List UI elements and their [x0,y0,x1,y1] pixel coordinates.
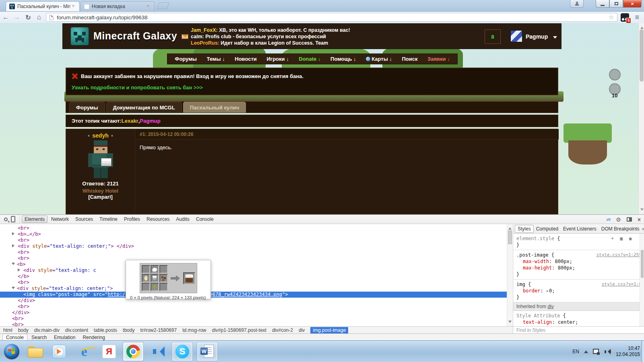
start-button[interactable] [2,342,22,361]
show-desktop-button[interactable] [641,341,644,362]
styles-tab-styles[interactable]: Styles [515,225,534,233]
forum-tab[interactable]: Пасхальный кулич [183,102,246,113]
nav-item-поиск[interactable]: Поиск [400,56,419,62]
dom-tree-row[interactable]: <div style="text-align: center;"> </div> [0,243,507,249]
dom-tree-row[interactable]: <img class="post-image" src="http://www.… [0,292,507,298]
browser-tab-active[interactable]: Пасхальный кулич - Mine × [6,1,80,11]
inherited-node-link[interactable]: div [547,304,553,309]
css-property[interactable]: max-width: 800px; [516,258,642,265]
close-button[interactable]: × [623,0,642,8]
drawer-tab-rendering[interactable]: Rendering [79,334,108,341]
new-tab-button[interactable] [157,2,169,9]
post-author-name[interactable]: sedyh [66,132,135,139]
find-styles-input[interactable]: Find in Styles [513,326,644,333]
dom-tree-row[interactable]: <br> [0,225,507,231]
ticker-username[interactable]: calm: [191,34,204,39]
rule-action-icons[interactable]: + ▣ ◉ [611,235,634,242]
console-drawer-icon[interactable]: ›≡ [606,216,610,222]
devtools-tab-timeline[interactable]: Timeline [97,216,120,223]
network-tray-icon[interactable] [593,349,600,355]
devtools-tab-elements[interactable]: Elements [22,216,47,223]
ticker-username[interactable]: Jam_FoxX: [191,27,218,33]
site-title[interactable]: Minecraft Galaxy [93,30,177,42]
expand-arrow-icon[interactable]: ▸ [546,288,549,294]
home-button[interactable]: ⌂ [34,13,44,21]
dom-tree-row[interactable]: <br> [0,280,507,286]
dom-crumb[interactable]: div#con-2 [272,327,293,333]
scroll-up-icon[interactable] [640,25,644,29]
expand-arrow-icon[interactable] [12,244,16,247]
adblock-extension-icon[interactable]: 5 [621,13,629,22]
expand-arrow-icon[interactable] [18,268,22,272]
dom-crumb[interactable]: div.content [65,327,88,333]
ticker-username[interactable]: LeoProRus: [191,40,219,46]
devtools-tab-network[interactable]: Network [48,216,72,223]
nav-item-помощь[interactable]: Помощь ↓ [329,56,358,62]
forum-tab[interactable]: Документация по MCGL [106,102,182,113]
dom-crumb[interactable]: div [299,327,305,333]
scrollbar-thumb[interactable] [641,250,644,278]
unban-link[interactable]: Узнать подробности и попробовать снять б… [72,84,552,90]
scroll-up-icon[interactable] [508,226,512,230]
styles-tab-dom-breakpoints[interactable]: DOM Breakpoints [599,225,642,232]
devtools-close-icon[interactable]: × [638,216,641,223]
dom-crumb[interactable]: body [18,327,29,333]
search-icon[interactable] [4,218,8,221]
dom-crumb[interactable]: div.main-div [34,327,60,333]
nav-item-карты[interactable]: Карты ↓ [364,56,394,62]
scroll-widget-button[interactable] [609,69,621,80]
collapse-arrow-icon[interactable] [12,263,15,267]
styles-tab-event-listeners[interactable]: Event Listeners [561,225,599,232]
devtools-tab-console[interactable]: Console [193,216,217,223]
address-bar[interactable]: forum.minecraft-galaxy.ru/topic/99638 ☆ [46,13,617,22]
css-property[interactable]: max-height: 800px; [516,265,642,271]
drawer-tab-emulation[interactable]: Emulation [51,334,78,341]
taskbar-explorer-button[interactable] [25,342,45,361]
collapse-arrow-icon[interactable] [12,287,15,291]
dom-crumb[interactable]: table.posts [94,327,117,333]
taskbar-media-player-button[interactable] [49,342,69,361]
restore-button[interactable] [609,0,623,8]
drawer-tab-search[interactable]: Search [28,334,50,341]
nav-item-заявки[interactable]: Заявки ↓ [426,56,452,62]
forward-button[interactable]: → [11,14,23,21]
dom-tree-row[interactable]: <div style="text-align: c [0,267,507,274]
username-menu[interactable]: Pagmup [526,33,548,40]
reload-button[interactable]: ↻ [23,14,34,21]
nav-item-новости[interactable]: Новости [233,56,258,62]
scroll-down-icon[interactable] [508,321,512,325]
taskbar-yandex-button[interactable]: Я [99,342,119,361]
dom-tree-row[interactable]: <br> [0,255,507,261]
dom-tree-row[interactable]: <b>…</b> [0,231,507,237]
devtools-tab-resources[interactable]: Resources [144,216,172,223]
dom-tree-row[interactable]: <br> [0,237,507,243]
dom-tree-row[interactable]: </b> [0,274,507,280]
volume-tray-icon[interactable] [605,349,611,355]
user-avatar[interactable] [510,30,522,42]
scrollbar-thumb[interactable] [640,29,644,82]
notification-counter[interactable]: 8 [485,29,501,44]
expand-arrow-icon[interactable] [12,232,16,235]
dom-crumb[interactable]: div#p1-1580697.post-text [212,327,266,333]
chrome-menu-icon[interactable]: ≡ [633,13,644,22]
drawer-tab-console[interactable]: Console [2,334,27,341]
page-scrollbar[interactable] [638,23,644,214]
dom-crumb[interactable]: html [3,327,12,333]
dom-tree-row[interactable]: <br> [0,304,507,310]
devtools-tab-sources[interactable]: Sources [72,216,96,223]
gear-icon[interactable]: ⚙ [616,216,621,223]
nav-item-игроки[interactable]: Игроки ↓ [265,56,290,62]
browser-tab-newtab[interactable]: Новая вкладка × [80,1,155,11]
back-button[interactable]: ← [0,14,11,21]
dock-side-icon[interactable] [627,217,632,222]
dom-crumb[interactable]: tr#row2-1580697 [140,327,177,333]
nav-item-темы[interactable]: Темы ↓ [205,56,226,62]
styles-tab-computed[interactable]: Computed [534,225,561,232]
stylesheet-link[interactable]: style.css?v=1:8 [602,281,642,288]
url-text[interactable]: forum.minecraft-galaxy.ru/topic/99638 [57,14,608,21]
scrollbar-thumb[interactable] [508,230,512,244]
reader-username[interactable]: Lexakr [122,118,138,124]
taskbar-volume-app-button[interactable] [149,342,169,361]
taskbar-skype-button[interactable]: S [172,342,192,361]
devtools-tab-profiles[interactable]: Profiles [121,216,143,223]
